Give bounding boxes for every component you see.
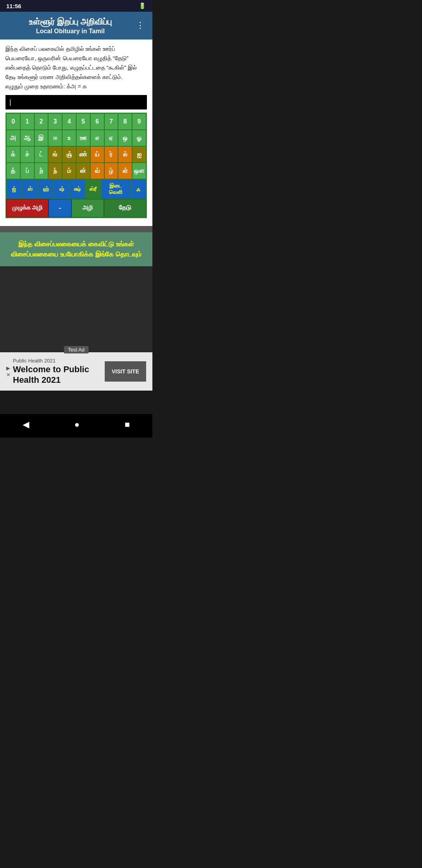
- key-o[interactable]: ஒ: [118, 130, 132, 146]
- header-title-block: உள்ளூர் இறப்பு அறிவிப்பு Local Obituary …: [6, 16, 134, 35]
- menu-icon[interactable]: ⋮: [134, 19, 146, 32]
- key-9[interactable]: 9: [132, 113, 146, 130]
- bottom-nav: ◀ ● ■: [0, 414, 152, 438]
- consonant-row-1: க் ச் ட் ங் ஞ் ண் ய் ர் ல் ஐ: [6, 146, 146, 163]
- search-input[interactable]: [8, 97, 145, 108]
- ad-close-icon[interactable]: ✕: [6, 372, 11, 378]
- key-ha[interactable]: ஹ்: [38, 179, 54, 199]
- ad-content: Public Health 2021 Welcome to Public Hea…: [13, 358, 100, 385]
- time-display: 11:56: [6, 3, 21, 9]
- key-ka[interactable]: க்: [6, 146, 20, 163]
- status-bar: 11:56 🔋: [0, 0, 152, 12]
- key-u[interactable]: உ: [62, 130, 76, 146]
- key-7[interactable]: 7: [104, 113, 118, 130]
- ad-banner: Test Ad ▶ ✕ Public Health 2021 Welcome t…: [0, 352, 152, 391]
- key-rra[interactable]: ற்: [34, 163, 48, 179]
- key-zha[interactable]: ழ்: [104, 163, 118, 179]
- key-oo[interactable]: ஓ: [132, 130, 146, 146]
- header-title-tamil: உள்ளூர் இறப்பு அறிவிப்பு: [6, 16, 134, 28]
- key-tha[interactable]: த்: [6, 163, 20, 179]
- search-input-wrapper[interactable]: [5, 95, 147, 109]
- keyboard-promo-text: இந்த விசைப்பலகையைக் கைவிட்டு உங்கள் விசை…: [5, 239, 148, 259]
- key-2[interactable]: 2: [34, 113, 48, 130]
- key-0[interactable]: 0: [6, 113, 20, 130]
- keyboard-promo-banner[interactable]: இந்த விசைப்பலகையைக் கைவிட்டு உங்கள் விசை…: [0, 232, 152, 266]
- extra-dark-section: [0, 391, 152, 414]
- header-title-english: Local Obituary in Tamil: [6, 28, 134, 35]
- key-sa[interactable]: ஸ்: [22, 179, 38, 199]
- key-6[interactable]: 6: [90, 113, 104, 130]
- key-nna[interactable]: ண்: [76, 146, 90, 163]
- delete-button[interactable]: அழி: [72, 199, 104, 217]
- key-pa[interactable]: ப்: [20, 163, 34, 179]
- key-1[interactable]: 1: [20, 113, 34, 130]
- key-ra[interactable]: ர்: [104, 146, 118, 163]
- ad-icons: ▶ ✕: [6, 365, 11, 378]
- clear-all-button[interactable]: முழுக்க அழி: [6, 199, 48, 217]
- key-sri[interactable]: ஸ்ரீ: [85, 179, 101, 199]
- key-va[interactable]: வ்: [90, 163, 104, 179]
- key-ai[interactable]: ஐ: [132, 146, 146, 163]
- vowel-row: அ ஆ இ ஈ உ ஊ எ ஏ ஒ ஓ: [6, 130, 146, 146]
- key-nga[interactable]: ங்: [48, 146, 62, 163]
- key-i[interactable]: இ: [34, 130, 48, 146]
- key-au[interactable]: ஔ: [132, 163, 146, 179]
- key-ntha[interactable]: ந்: [48, 163, 62, 179]
- battery-icon: 🔋: [139, 2, 146, 9]
- ad-small-title: Public Health 2021: [13, 358, 100, 364]
- key-aa[interactable]: ஆ: [20, 130, 34, 146]
- key-5[interactable]: 5: [76, 113, 90, 130]
- key-8[interactable]: 8: [118, 113, 132, 130]
- consonant-row-2: த் ப் ற் ந் ம் ன் வ் ழ் ள் ஔ: [6, 163, 146, 179]
- key-ksha[interactable]: க்ஷ்: [70, 179, 85, 199]
- key-aytham[interactable]: ஃ: [131, 179, 146, 199]
- ad-play-icon: ▶: [6, 365, 10, 371]
- key-uu[interactable]: ஊ: [76, 130, 90, 146]
- key-ta[interactable]: ட்: [34, 146, 48, 163]
- nav-home-button[interactable]: ●: [74, 420, 79, 430]
- action-row: முழுக்க அழி - அழி தேடு: [6, 199, 146, 217]
- number-row: 0 1 2 3 4 5 6 7 8 9: [6, 113, 146, 130]
- key-cha[interactable]: ச்: [20, 146, 34, 163]
- keyboard-container: 0 1 2 3 4 5 6 7 8 9 அ ஆ இ ஈ உ ஊ எ ஏ ஒ ஓ …: [5, 113, 147, 219]
- key-ee[interactable]: ஏ: [104, 130, 118, 146]
- key-sha[interactable]: ஷ்: [54, 179, 69, 199]
- description-text: இந்த விசைப் பலகையில் தமிழில் உங்கள் ஊர்ப…: [5, 44, 147, 91]
- key-ii[interactable]: ஈ: [48, 130, 62, 146]
- key-ja[interactable]: ஜ்: [6, 179, 22, 199]
- key-a[interactable]: அ: [6, 130, 20, 146]
- ad-label: Test Ad: [64, 346, 89, 353]
- nav-recent-button[interactable]: ■: [125, 420, 130, 430]
- ad-visit-button[interactable]: VISIT SITE: [105, 361, 146, 382]
- key-space[interactable]: இடை வெளி: [101, 179, 131, 199]
- ad-main-title: Welcome to Public Health 2021: [13, 364, 100, 385]
- key-la[interactable]: ல்: [118, 146, 132, 163]
- app-header: உள்ளூர் இறப்பு அறிவிப்பு Local Obituary …: [0, 12, 152, 39]
- key-lla[interactable]: ள்: [118, 163, 132, 179]
- gray-divider: [0, 226, 152, 232]
- key-nja[interactable]: ஞ்: [62, 146, 76, 163]
- key-ma[interactable]: ம்: [62, 163, 76, 179]
- key-3[interactable]: 3: [48, 113, 62, 130]
- key-ya[interactable]: ய்: [90, 146, 104, 163]
- key-4[interactable]: 4: [62, 113, 76, 130]
- dark-ad-section: [0, 266, 152, 352]
- main-content: இந்த விசைப் பலகையில் தமிழில் உங்கள் ஊர்ப…: [0, 39, 152, 226]
- dash-button[interactable]: -: [48, 199, 72, 217]
- search-button[interactable]: தேடு: [104, 199, 146, 217]
- special-row: ஜ் ஸ் ஹ் ஷ் க்ஷ் ஸ்ரீ இடை வெளி ஃ: [6, 179, 146, 199]
- nav-back-button[interactable]: ◀: [23, 420, 29, 430]
- key-na[interactable]: ன்: [76, 163, 90, 179]
- key-e[interactable]: எ: [90, 130, 104, 146]
